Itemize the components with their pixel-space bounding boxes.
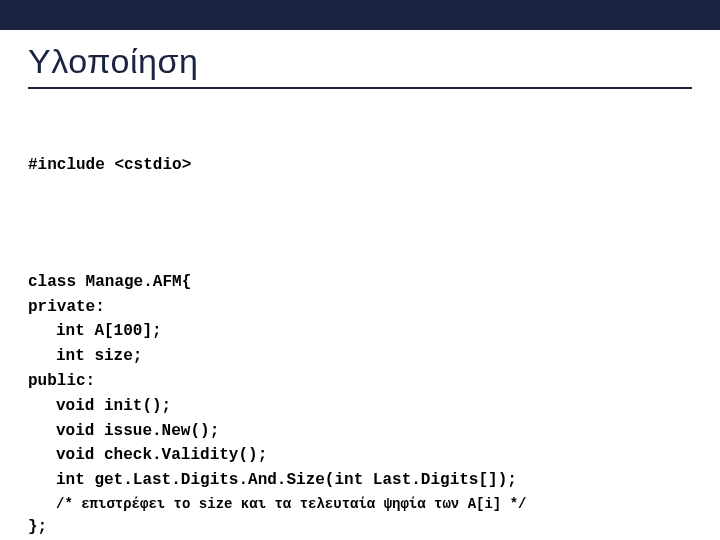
top-bar [0,0,720,30]
class-declaration: class Manage.AFM{ [28,273,191,291]
code-comment: /* επιστρέφει το size και τα τελευταία ψ… [28,493,692,515]
slide-title: Υλοποίηση [28,42,692,89]
init-declaration: void init(); [28,394,692,419]
check-declaration: void check.Validity(); [28,443,692,468]
issue-declaration: void issue.New(); [28,419,692,444]
public-label: public: [28,372,95,390]
class-close: }; [28,518,47,536]
include-directive: #include <cstdio> [28,153,692,178]
array-declaration: int A[100]; [28,319,692,344]
code-block: #include <cstdio> class Manage.AFM{ priv… [28,103,692,540]
get-declaration: int get.Last.Digits.And.Size(int Last.Di… [28,468,692,493]
private-label: private: [28,298,105,316]
size-declaration: int size; [28,344,692,369]
slide-content: Υλοποίηση #include <cstdio> class Manage… [0,30,720,540]
class-body: class Manage.AFM{ private: int A[100];in… [28,270,692,540]
